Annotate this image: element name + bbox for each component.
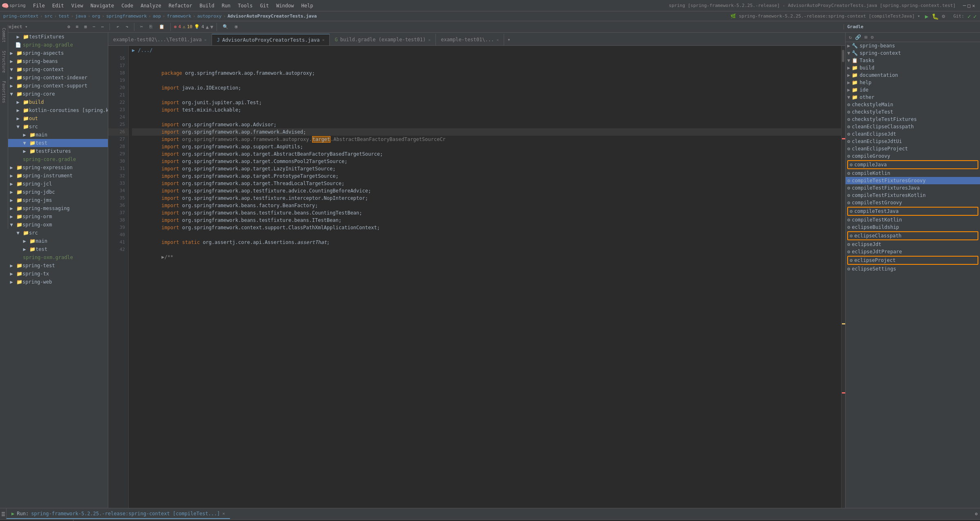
sidebar-item-spring-jdbc[interactable]: ▶ 📁 spring-jdbc (0, 188, 108, 196)
run-tab-close[interactable]: ✕ (223, 511, 225, 516)
menu-build[interactable]: Build (196, 2, 218, 9)
sidebar-item-main[interactable]: ▶ 📁 main (0, 131, 108, 139)
sidebar-item-spring-aop-gradle[interactable]: 📄 spring-aop.gradle (0, 41, 108, 49)
run-tab[interactable]: ▶ Run: spring-framework-5.2.25.-release:… (7, 509, 230, 519)
menu-view[interactable]: View (68, 2, 87, 9)
redo-btn[interactable]: ↷ (123, 23, 131, 30)
gradle-task-checkstyleTest[interactable]: ⚙ checkstyleTest (846, 108, 980, 116)
sidebar-item-spring-oxm-gradle[interactable]: spring-oxm.gradle (0, 253, 108, 262)
sidebar-item-spring-jms[interactable]: ▶ 📁 spring-jms (0, 196, 108, 204)
minimize-btn[interactable]: ─ (963, 3, 966, 9)
tab-build-gradle[interactable]: G build.gradle (example-test01) ✕ (330, 34, 436, 45)
menu-git[interactable]: Git (257, 2, 272, 9)
gradle-task-checkstyleMain[interactable]: ⚙ checkstyleMain (846, 101, 980, 108)
sidebar-item-spring-core-gradle[interactable]: spring-core.gradle (0, 155, 108, 163)
breadcrumb-framework[interactable]: framework (167, 13, 191, 19)
sidebar-item-main2[interactable]: ▶ 📁 main (0, 237, 108, 245)
menu-help[interactable]: Help (298, 2, 317, 9)
bottom-panel-settings[interactable]: ⚙ (972, 510, 980, 517)
tab-close[interactable]: ✕ (204, 38, 207, 42)
sidebar-item-spring-oxm[interactable]: ▼ 📁 spring-oxm (0, 221, 108, 229)
code-nav-line[interactable]: ▶ /.../ (132, 46, 841, 55)
tab-example-test01[interactable]: example-test01\... ✕ (436, 34, 504, 45)
sidebar-item-spring-jcl[interactable]: ▶ 📁 spring-jcl (0, 180, 108, 188)
menu-edit[interactable]: Edit (49, 2, 67, 9)
tab-advisor-auto-proxy[interactable]: J AdvisorAutoProxyCreatorTests.java ✕ (212, 34, 330, 45)
gradle-task-cleanEclipseProject[interactable]: ⚙ cleanEclipseProject (846, 145, 980, 152)
gradle-item-help[interactable]: ▶ 📁 help (846, 79, 980, 86)
sidebar-item-test2[interactable]: ▶ 📁 test (0, 245, 108, 253)
gradle-task-cleanEclipseJdt[interactable]: ⚙ cleanEclipseJdt (846, 130, 980, 138)
breadcrumb-src[interactable]: src (45, 13, 53, 19)
gradle-task-eclipseBuildship[interactable]: ⚙ eclipseBuildship (846, 224, 980, 231)
sidebar-item-spring-web[interactable]: ▶ 📁 spring-web (0, 278, 108, 286)
gradle-task-cleanEclipseClasspath[interactable]: ⚙ cleanEclipseClasspath (846, 123, 980, 130)
structure-btn[interactable]: Structure (0, 49, 8, 74)
menu-refactor[interactable]: Refactor (165, 2, 196, 9)
run-btn[interactable]: ▶ (925, 13, 928, 20)
tab-close[interactable]: ✕ (322, 38, 324, 42)
sidebar-item-testFixtures2[interactable]: ▶ 📁 testFixtures (0, 147, 108, 155)
vcs-selector[interactable]: 🌿 spring-framework-5.2.25.-release:sprin… (730, 13, 920, 19)
settings-btn[interactable]: ⚙ (65, 23, 73, 30)
sort-btn[interactable]: ≡ (74, 23, 81, 30)
gradle-item-other[interactable]: ▼ 📁 other (846, 94, 980, 101)
nav-down[interactable]: ▼ (210, 24, 213, 30)
sidebar-item-spring-tx[interactable]: ▶ 📁 spring-tx (0, 270, 108, 278)
sidebar-item-spring-expression[interactable]: ▶ 📁 spring-expression (0, 163, 108, 172)
gradle-item-spring-context[interactable]: ▼ 🔧 spring-context (846, 49, 980, 57)
vertical-scrollbar[interactable] (841, 46, 845, 508)
menu-navigate[interactable]: Navigate (87, 2, 117, 9)
gradle-task-compileTestKotlin[interactable]: ⚙ compileTestKotlin (846, 216, 980, 224)
sidebar-item-spring-beans[interactable]: ▶ 📁 spring-beans (0, 57, 108, 65)
menu-tools[interactable]: Tools (234, 2, 256, 9)
more-run-btn[interactable]: ⚙ (942, 13, 945, 19)
tab-overflow[interactable]: ▾ (504, 34, 513, 45)
gradle-task-compileKotlin[interactable]: ⚙ compileKotlin (846, 170, 980, 177)
paste-btn[interactable]: 📋 (156, 23, 167, 30)
sidebar-item-testFixtures[interactable]: ▶ 📁 testFixtures (0, 33, 108, 41)
tab-close[interactable]: ✕ (496, 38, 499, 42)
gradle-item-documentation[interactable]: ▶ 📁 documentation (846, 72, 980, 79)
sidebar-item-spring-aspects[interactable]: ▶ 📁 spring-aspects (0, 49, 108, 57)
sidebar-item-test[interactable]: ▼ 📁 test (0, 139, 108, 147)
gradle-settings-btn[interactable]: ⚙ (871, 34, 873, 40)
gradle-task-compileTestJava[interactable]: ⚙ compileTestJava (847, 207, 978, 216)
scrollbar-thumb[interactable] (842, 50, 844, 62)
sidebar-item-out[interactable]: ▶ 📁 out (0, 114, 108, 123)
sidebar-item-build[interactable]: ▶ 📁 build (0, 98, 108, 106)
menu-window[interactable]: Window (273, 2, 297, 9)
gradle-expand-btn[interactable]: ⊞ (864, 34, 867, 40)
cut-btn[interactable]: ✂ (138, 23, 145, 30)
gradle-task-compileTestFixturesJava[interactable]: ⚙ compileTestFixturesJava (846, 184, 980, 192)
gradle-task-compileTestFixturesKotlin[interactable]: ⚙ compileTestFixturesKotlin (846, 192, 980, 199)
gradle-task-checkstyleTestFixtures[interactable]: ⚙ checkstyleTestFixtures (846, 116, 980, 123)
struct-btn[interactable]: ⊞ (232, 23, 240, 30)
gradle-task-compileGroovy[interactable]: ⚙ compileGroovy (846, 152, 980, 160)
breadcrumb-java[interactable]: java (75, 13, 86, 19)
menu-file[interactable]: File (30, 2, 48, 9)
sidebar-item-src2[interactable]: ▼ 📁 src (0, 229, 108, 237)
gradle-task-eclipseClasspath[interactable]: ⚙ eclipseClasspath (847, 231, 978, 240)
gradle-item-ide[interactable]: ▶ 📁 ide (846, 86, 980, 94)
breadcrumb-springframework[interactable]: springframework (106, 13, 147, 19)
sidebar-item-kotlin-coroutines[interactable]: ▶ 📁 kotlin-coroutines [spring.kotlin-... (0, 106, 108, 114)
search-btn[interactable]: 🔍 (220, 23, 231, 30)
sidebar-item-spring-instrument[interactable]: ▶ 📁 spring-instrument (0, 172, 108, 180)
nav-up[interactable]: ▲ (206, 24, 209, 30)
git-check2[interactable]: ✓ (973, 13, 977, 20)
gradle-task-eclipseJdtPrepare[interactable]: ⚙ eclipseJdtPrepare (846, 248, 980, 255)
commit-btn[interactable]: Commit (0, 26, 8, 44)
git-check[interactable]: ✓ (967, 13, 971, 20)
gradle-task-cleanEclipseJdtUi[interactable]: ⚙ cleanEclipseJdtUi (846, 138, 980, 145)
sidebar-item-spring-orm[interactable]: ▶ 📁 spring-orm (0, 212, 108, 221)
gradle-item-build[interactable]: ▶ 📁 build (846, 64, 980, 72)
code-content[interactable]: ▶ /.../ package org.springframework.aop.… (129, 46, 841, 508)
sidebar-item-src[interactable]: ▼ 📁 src (0, 123, 108, 131)
gradle-task-compileTestFixturesGroovy[interactable]: ⚙ compileTestFixturesGroovy (846, 177, 980, 184)
gradle-task-eclipseProject[interactable]: ⚙ eclipseProject (847, 256, 978, 265)
left-sidebar-toggle[interactable] (0, 508, 7, 519)
sidebar-item-spring-messaging[interactable]: ▶ 📁 spring-messaging (0, 204, 108, 212)
sidebar-item-spring-context-support[interactable]: ▶ 📁 spring-context-support (0, 82, 108, 90)
gradle-reload-btn[interactable]: ↻ (849, 34, 852, 40)
